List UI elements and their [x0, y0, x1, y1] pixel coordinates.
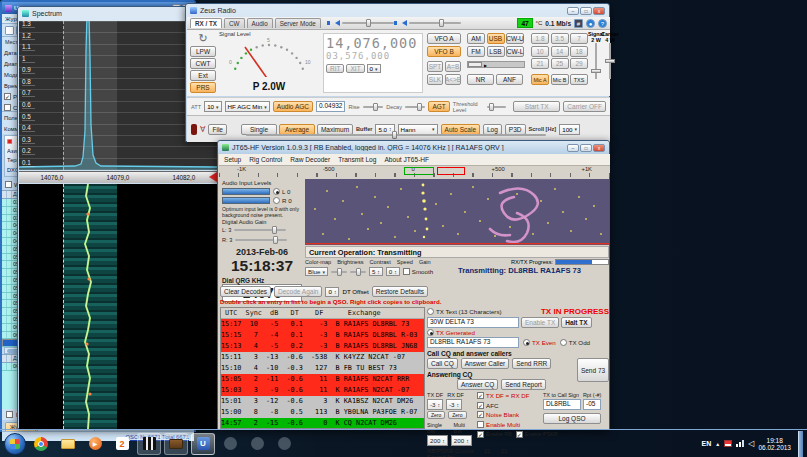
start-button[interactable] — [4, 433, 26, 455]
zeus-side-button[interactable]: CWT — [190, 58, 216, 69]
tune-marker-icon[interactable] — [209, 172, 217, 182]
show-desktop-button[interactable] — [798, 431, 803, 457]
power-icon[interactable]: ● — [586, 19, 595, 28]
zeus-side-button[interactable]: PRS — [190, 82, 216, 93]
xit-button[interactable]: XIT — [346, 64, 364, 73]
jt65-waterfall[interactable] — [305, 179, 609, 245]
send-73-button[interactable]: Send 73 — [577, 358, 609, 382]
close-button[interactable]: x — [593, 144, 605, 152]
rit-button[interactable]: RIT — [326, 64, 344, 73]
menu-item[interactable]: Setup — [224, 156, 241, 163]
threshold-slider[interactable] — [487, 106, 506, 108]
tx-text-input[interactable]: 30W DELTA 73 — [427, 317, 519, 328]
contrast-slider[interactable] — [350, 271, 366, 273]
speed-spinner[interactable]: 5↕ — [369, 267, 383, 276]
taskbar-film-icon[interactable] — [137, 433, 161, 455]
agc-select[interactable]: HF AGC Min▾ — [225, 101, 270, 112]
restore-defaults-button[interactable]: Restore Defaults — [372, 286, 428, 297]
answer-cq-button[interactable]: Answer CQ — [457, 379, 498, 390]
menu-item[interactable]: About JT65-HF — [384, 156, 429, 163]
zeus-tab[interactable]: CW — [224, 18, 245, 28]
agc-value-field[interactable]: 0.04932 — [316, 101, 346, 112]
tray-expand-icon[interactable]: ▲ — [715, 441, 720, 447]
search-all-logs-checkbox[interactable] — [6, 411, 13, 418]
tx-option-checkbox[interactable]: Enable Multi — [477, 421, 539, 428]
volume-slider-1[interactable] — [342, 22, 394, 24]
speaker-tray-icon[interactable]: ◁ — [748, 439, 754, 448]
dsp-button[interactable]: NR — [467, 74, 494, 85]
rx-df-zero-button[interactable]: Zero — [448, 411, 466, 419]
tx-odd-radio[interactable]: TX Odd — [560, 339, 590, 346]
taskbar-ghost-icon-3[interactable] — [272, 433, 296, 455]
right-channel-radio[interactable]: R 0 — [273, 197, 292, 204]
band-button[interactable]: 21 — [531, 58, 549, 69]
taskbar-media-icon[interactable]: ▶ — [83, 433, 107, 455]
tx-to-call-input[interactable]: DL8RBL — [543, 399, 581, 410]
brightness-slider[interactable] — [331, 271, 347, 273]
band-button[interactable]: 1.8 — [531, 33, 549, 44]
vfo-select-button[interactable]: VFO B — [427, 46, 461, 57]
call-cq-button[interactable]: Call CQ — [427, 358, 458, 369]
band-button[interactable]: 3.5 — [551, 33, 569, 44]
colormap-select[interactable]: Blue▾ — [305, 267, 328, 276]
decay-slider[interactable] — [405, 106, 425, 108]
mode-button[interactable]: CW-U — [506, 33, 524, 44]
halt-tx-button[interactable]: Halt TX — [561, 317, 591, 328]
grid-icon[interactable]: # — [574, 19, 583, 28]
taskbar-chrome-icon[interactable] — [29, 433, 53, 455]
spectrum-mode-button[interactable]: Average — [279, 124, 315, 135]
language-indicator[interactable]: EN — [702, 440, 712, 447]
taskbar-explorer-icon[interactable] — [56, 433, 80, 455]
tx-df-zero-button[interactable]: Zero — [427, 411, 445, 419]
mic-button[interactable]: Mic B — [551, 74, 569, 85]
start-tx-button[interactable]: Start TX — [513, 101, 560, 112]
mode-button[interactable]: USB — [487, 33, 505, 44]
gain-spinner[interactable]: 0↕ — [386, 267, 400, 276]
audio-agc-button[interactable]: Audio AGC — [273, 101, 313, 112]
decode-row[interactable]: 15:05 2 -11 -0.6 11 B RA1AFS N2CAT RRR — [221, 374, 424, 385]
answer-caller-button[interactable]: Answer Caller — [461, 358, 509, 369]
menu-item[interactable]: Rig Control — [249, 156, 282, 163]
zeus-tab[interactable]: RX / TX — [190, 18, 222, 28]
rx-marker[interactable] — [404, 167, 434, 175]
carrier-power-slider[interactable] — [609, 43, 611, 79]
decode-row[interactable]: 15:03 3 -9 -0.6 11 K RA1AFS N2CAT -07 — [221, 385, 424, 396]
help-icon[interactable]: ? — [598, 19, 607, 28]
decode-row[interactable]: 14:57 2 -15 -0.6 0 K CQ N2CAT DM26 — [221, 418, 424, 429]
network-icon[interactable] — [736, 440, 744, 447]
microphone-icon[interactable] — [191, 124, 197, 135]
menu-item[interactable]: Raw Decoder — [290, 156, 330, 163]
new-icon[interactable] — [5, 26, 14, 35]
window-function-select[interactable]: Hann▾ — [398, 124, 438, 135]
mode-button[interactable]: AM — [467, 33, 485, 44]
tray-flag-icon[interactable] — [724, 440, 732, 447]
band-button[interactable]: 10 — [531, 46, 549, 57]
send-rrr-button[interactable]: Send RRR — [512, 358, 551, 369]
vfo-select-button[interactable]: VFO A — [427, 33, 461, 44]
waterfall-display[interactable] — [19, 184, 217, 429]
tx-generated-radio[interactable]: TX Generated — [427, 329, 475, 336]
tx-option-checkbox[interactable]: TX DF = RX DF — [477, 392, 539, 399]
antenna-icon[interactable]: ∀ — [200, 125, 205, 134]
log-button[interactable]: Log — [483, 124, 502, 135]
carrier-off-button[interactable]: Carrier OFF — [563, 101, 606, 112]
tx-text-radio[interactable]: TX Text (13 Characters) — [427, 308, 502, 315]
maximize-button[interactable]: □ — [580, 7, 592, 15]
menu-item[interactable]: Transmit Log — [338, 156, 376, 163]
volume-slider-2[interactable] — [409, 22, 461, 24]
zeus-side-button[interactable]: LPW — [190, 46, 216, 57]
vfo-op-button[interactable]: SPT — [427, 61, 443, 72]
mic-button[interactable]: Mic A — [531, 74, 549, 85]
maximize-button[interactable]: □ — [580, 144, 592, 152]
pan-slider[interactable] — [246, 134, 546, 136]
dt-offset-spinner[interactable]: 0↕ — [325, 287, 339, 297]
mode-button[interactable]: CW-L — [506, 46, 524, 57]
spectrum-mode-button[interactable]: Single — [241, 124, 277, 135]
decode-row[interactable]: 15:00 8 -8 0.5 113 B YB0LNA PA3FOE R-07 — [221, 407, 424, 418]
close-button[interactable]: x — [593, 7, 605, 15]
taskbar-radio-icon[interactable] — [164, 433, 188, 455]
send-report-button[interactable]: Send Report — [501, 379, 546, 390]
tx-df-spinner[interactable]: -3↕ — [427, 399, 443, 410]
decode-row[interactable]: 15:10 4 -10 -0.3 127 B FB TU BEST 73 — [221, 363, 424, 374]
taskbar-ghost-icon-2[interactable] — [245, 433, 269, 455]
